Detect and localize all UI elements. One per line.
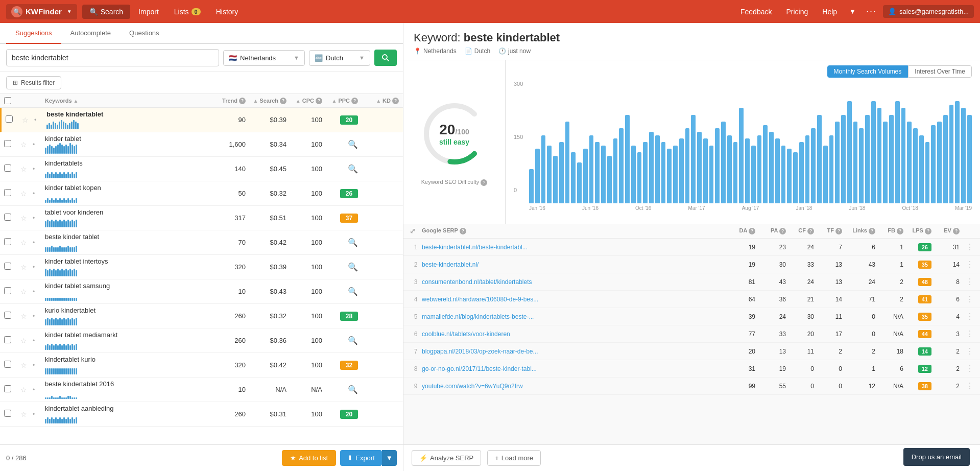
nav-help[interactable]: Help <box>816 5 843 19</box>
row-checkbox[interactable] <box>4 385 11 392</box>
filter-button[interactable]: ⊞ Results filter <box>6 76 61 89</box>
email-tooltip[interactable]: Drop us an email <box>903 448 970 466</box>
tab-suggestions[interactable]: Suggestions <box>6 23 61 44</box>
nav-item-history[interactable]: History <box>209 5 246 19</box>
serp-url-link[interactable]: youtube.com/watch?v=6wYuQ9n2frw <box>422 383 523 390</box>
ev-info-icon[interactable]: ? <box>953 228 960 234</box>
row-checkbox[interactable] <box>4 140 11 147</box>
row-star[interactable]: ☆ <box>20 288 33 296</box>
serp-url-info-icon[interactable]: ? <box>460 228 466 234</box>
table-row[interactable]: ☆ • kindertablet kurio 320 $0.42 100 32 <box>0 353 403 378</box>
row-star[interactable]: ☆ <box>20 263 33 271</box>
serp-table-row[interactable]: 1 beste-kindertablet.nl/beste-kindertabl… <box>403 239 980 256</box>
serp-table-row[interactable]: 5 mamaliefde.nl/blog/kindertablets-beste… <box>403 308 980 325</box>
table-row[interactable]: ☆ • kinder tablet intertoys 320 $0.39 10… <box>0 255 403 279</box>
row-star[interactable]: ☆ <box>20 337 33 345</box>
serp-row-more[interactable]: ⋮ <box>960 381 974 391</box>
da-info-icon[interactable]: ? <box>749 228 755 234</box>
serp-row-more[interactable]: ⋮ <box>960 329 974 339</box>
table-row[interactable]: ☆ • kindertablets 140 $0.45 100 🔍 <box>0 157 403 181</box>
tab-questions[interactable]: Questions <box>120 23 169 44</box>
nav-pricing[interactable]: Pricing <box>780 5 814 19</box>
row-checkbox[interactable] <box>6 115 13 123</box>
row-checkbox[interactable] <box>4 238 11 245</box>
serp-row-more[interactable]: ⋮ <box>960 312 974 321</box>
logo[interactable]: 🔍 KWFinder ▼ <box>6 4 77 19</box>
chart-toggle-monthly[interactable]: Monthly Search Volumes <box>827 65 909 78</box>
serp-table-row[interactable]: 7 blogpapa.nl/2018/03/op-zoek-naar-de-be… <box>403 343 980 360</box>
row-checkbox[interactable] <box>4 361 11 368</box>
tf-info-icon[interactable]: ? <box>835 228 842 234</box>
table-row[interactable]: ☆ • beste kindertablet 90 $0.39 100 20 <box>0 108 403 132</box>
table-row[interactable]: ☆ • kurio kindertablet 260 $0.32 100 28 <box>0 304 403 328</box>
row-checkbox[interactable] <box>4 312 11 319</box>
row-star[interactable]: ☆ <box>20 312 33 320</box>
serp-row-more[interactable]: ⋮ <box>960 242 974 252</box>
serp-table-row[interactable]: 4 webwereld.nl/hardware/106080-de-9-bes.… <box>403 291 980 308</box>
table-row[interactable]: ☆ • kinder tablet mediamarkt 260 $0.36 1… <box>0 328 403 353</box>
row-star[interactable]: ☆ <box>20 165 33 173</box>
export-button[interactable]: ⬇ Export <box>340 450 382 466</box>
export-dropdown-button[interactable]: ▼ <box>382 450 397 466</box>
row-star[interactable]: ☆ <box>20 386 33 394</box>
nav-item-import[interactable]: Import <box>131 5 166 19</box>
pa-info-icon[interactable]: ? <box>779 228 786 234</box>
fb-info-icon[interactable]: ? <box>897 228 903 234</box>
table-row[interactable]: ☆ • kinder tablet samsung 10 $0.43 100 🔍 <box>0 279 403 304</box>
serp-url-link[interactable]: consumentenbond.nl/tablet/kindertablets <box>422 278 532 286</box>
sort-icon[interactable]: ▲ <box>74 98 79 104</box>
serp-url-link[interactable]: mamaliefde.nl/blog/kindertablets-beste-.… <box>422 313 534 320</box>
serp-table-row[interactable]: 9 youtube.com/watch?v=6wYuQ9n2frw 99 55 … <box>403 378 980 395</box>
row-star[interactable]: ☆ <box>20 140 33 149</box>
kd-sort-icon[interactable]: ▲ <box>376 98 381 104</box>
serp-row-more[interactable]: ⋮ <box>960 260 974 269</box>
row-checkbox[interactable] <box>4 287 11 294</box>
keyword-input[interactable] <box>6 49 219 66</box>
difficulty-info-icon[interactable]: ? <box>481 179 487 186</box>
country-select[interactable]: 🇳🇱 Netherlands ▼ <box>223 50 305 66</box>
serp-table-row[interactable]: 8 go-or-no-go.nl/2017/11/beste-kinder-ta… <box>403 360 980 378</box>
row-checkbox[interactable] <box>4 164 11 172</box>
row-checkbox[interactable] <box>4 410 11 417</box>
search-sort-icon[interactable]: ▲ <box>253 98 258 104</box>
trend-info-icon[interactable]: ? <box>239 98 246 104</box>
table-row[interactable]: ☆ • beste kindertablet 2016 10 N/A N/A 🔍 <box>0 378 403 402</box>
row-star[interactable]: ☆ <box>20 190 33 198</box>
serp-table-row[interactable]: 3 consumentenbond.nl/tablet/kindertablet… <box>403 273 980 291</box>
row-checkbox[interactable] <box>4 336 11 343</box>
nav-user[interactable]: 👤 sales@gamesgratisth... <box>883 5 974 18</box>
serp-url-link[interactable]: beste-kindertablet.nl/beste-kindertabl..… <box>422 244 528 251</box>
add-to-list-button[interactable]: ★ Add to list <box>282 450 336 466</box>
cpc-info-icon[interactable]: ? <box>316 98 322 104</box>
search-info-icon[interactable]: ? <box>280 98 286 104</box>
row-checkbox[interactable] <box>4 214 11 221</box>
serp-url-link[interactable]: beste-kindertablet.nl/ <box>422 261 479 268</box>
table-row[interactable]: ☆ • tablet voor kinderen 317 $0.51 100 3… <box>0 206 403 230</box>
row-star[interactable]: ☆ <box>20 239 33 247</box>
row-checkbox[interactable] <box>4 189 11 196</box>
table-row[interactable]: ☆ • kindertablet aanbieding 260 $0.31 10… <box>0 402 403 427</box>
serp-url-link[interactable]: go-or-no-go.nl/2017/11/beste-kinder-tabl… <box>422 365 537 372</box>
serp-url-link[interactable]: blogpapa.nl/2018/03/op-zoek-naar-de-be..… <box>422 348 538 355</box>
row-star[interactable]: ☆ <box>20 361 33 369</box>
links-info-icon[interactable]: ? <box>869 228 875 234</box>
serp-table-row[interactable]: 6 coolblue.nl/tablets/voor-kinderen 77 3… <box>403 325 980 343</box>
nav-item-lists[interactable]: Lists 0 <box>167 5 208 19</box>
row-star[interactable]: ☆ <box>20 214 33 222</box>
tab-autocomplete[interactable]: Autocomplete <box>61 23 121 44</box>
serp-row-more[interactable]: ⋮ <box>960 294 974 304</box>
table-row[interactable]: ☆ • kinder tablet 1,600 $0.34 100 🔍 <box>0 132 403 157</box>
lps-info-icon[interactable]: ? <box>925 228 931 234</box>
cf-info-icon[interactable]: ? <box>807 228 814 234</box>
language-select[interactable]: 🔤 Dutch ▼ <box>309 50 370 66</box>
serp-url-link[interactable]: webwereld.nl/hardware/106080-de-9-bes... <box>422 296 538 303</box>
chart-toggle-interest[interactable]: Interest Over Time <box>908 65 972 78</box>
nav-more[interactable]: ··· <box>862 3 881 20</box>
search-button[interactable] <box>374 50 397 66</box>
serp-row-more[interactable]: ⋮ <box>960 346 974 356</box>
ppc-sort-icon[interactable]: ▲ <box>331 98 337 104</box>
load-more-button[interactable]: + Load more <box>487 450 541 466</box>
row-checkbox[interactable] <box>4 263 11 270</box>
serp-row-more[interactable]: ⋮ <box>960 277 974 287</box>
nav-help-dropdown[interactable]: ▼ <box>845 5 860 18</box>
